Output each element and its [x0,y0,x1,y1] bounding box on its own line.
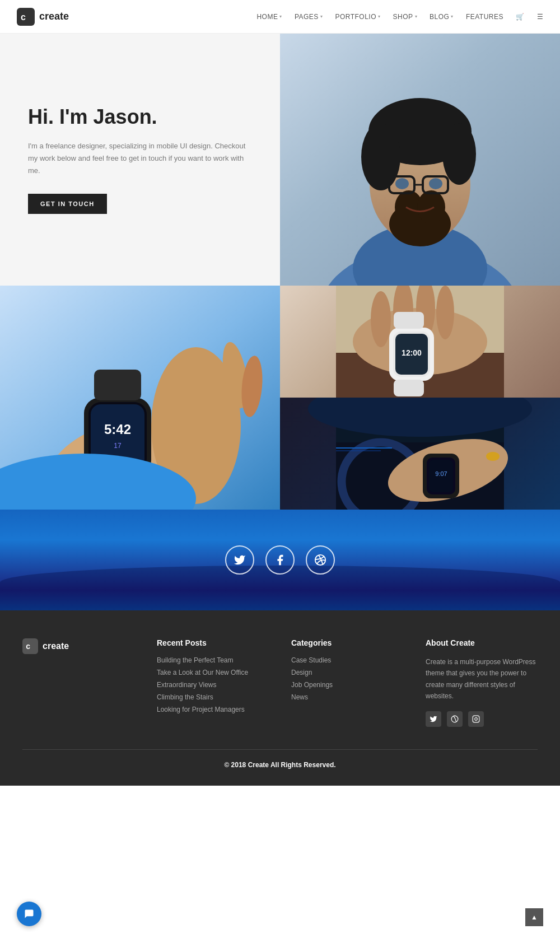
chevron-down-icon: ▾ [279,14,282,19]
recent-post-4[interactable]: Climbing the Stairs [157,693,269,701]
recent-post-1[interactable]: Building the Perfect Team [157,656,269,664]
twitter-icon[interactable] [225,545,254,575]
copyright-text: © 2018 Create All Rights Reserved. [224,761,335,769]
footer-logo-icon: c [22,638,38,654]
footer-instagram-icon[interactable] [468,711,484,727]
svg-rect-29 [94,370,141,400]
nav-pages[interactable]: PAGES ▾ [295,13,323,21]
footer-twitter-icon[interactable] [426,711,441,727]
nav: HOME ▾ PAGES ▾ PORTFOLIO ▾ SHOP ▾ BLOG ▾… [256,13,543,21]
nav-shop[interactable]: SHOP ▾ [393,13,418,21]
get-in-touch-button[interactable]: GET IN TOUCH [28,194,107,214]
chevron-down-icon: ▾ [451,14,454,19]
footer-logo-area: c create [22,638,134,727]
svg-text:c: c [26,642,30,651]
chevron-down-icon: ▾ [415,14,418,19]
category-3[interactable]: Job Openings [291,681,403,689]
svg-text:c: c [21,12,26,22]
facebook-icon[interactable] [265,545,295,575]
logo-icon: c [17,8,35,26]
recent-post-3[interactable]: Extraordinary Views [157,681,269,689]
portfolio-image-large[interactable]: 5:42 17 [0,286,280,510]
svg-rect-42 [394,380,424,396]
hero-person-image [280,34,560,286]
nav-blog[interactable]: BLOG ▾ [430,13,454,21]
svg-point-59 [451,716,458,722]
category-1[interactable]: Case Studies [291,656,403,664]
recent-post-5[interactable]: Looking for Project Managers [157,706,269,713]
svg-rect-43 [394,312,424,329]
hero-title: Hi. I'm Jason. [28,105,252,129]
recent-posts-title: Recent Posts [157,638,269,647]
chevron-down-icon: ▾ [320,14,323,19]
svg-point-49 [486,452,500,461]
portfolio-image-top-right[interactable]: 12:00 [280,286,560,398]
svg-rect-0 [17,8,35,26]
svg-point-16 [395,178,409,189]
cart-icon[interactable]: 🛒 [516,13,525,21]
svg-point-12 [417,190,445,224]
svg-text:9:07: 9:07 [435,470,447,477]
footer: c create Recent Posts Building the Perfe… [0,610,560,786]
svg-point-34 [371,291,391,347]
svg-rect-60 [473,716,479,722]
header: c create HOME ▾ PAGES ▾ PORTFOLIO ▾ SHOP… [0,0,560,34]
footer-dribbble-icon[interactable] [447,711,463,727]
menu-icon[interactable]: ☰ [537,13,544,21]
hero-image [280,34,560,286]
nav-portfolio[interactable]: PORTFOLIO ▾ [335,13,380,21]
nav-home[interactable]: HOME ▾ [256,13,282,21]
about-text: Create is a multi-purpose WordPress them… [426,656,538,702]
social-icons-group [225,545,335,575]
category-2[interactable]: Design [291,669,403,676]
about-title: About Create [426,638,538,647]
svg-text:5:42: 5:42 [104,422,131,437]
footer-social-icons [426,711,538,727]
portfolio-watch-large-image: 5:42 17 [0,286,280,510]
footer-recent-posts: Recent Posts Building the Perfect Team T… [157,638,269,727]
recent-post-2[interactable]: Take a Look at Our New Office [157,669,269,676]
portfolio-image-bottom-right[interactable]: 9:07 [280,398,560,510]
svg-rect-57 [22,638,38,654]
footer-logo[interactable]: c create [22,638,134,654]
footer-about: About Create Create is a multi-purpose W… [426,638,538,727]
portfolio-watch-top-right-image: 12:00 [280,286,560,398]
hero-description: I'm a freelance designer, specializing i… [28,140,252,177]
categories-title: Categories [291,638,403,647]
dribbble-icon[interactable] [306,545,335,575]
category-4[interactable]: News [291,693,403,701]
svg-point-37 [436,286,454,339]
footer-logo-text: create [43,641,69,651]
social-banner [0,510,560,610]
svg-point-9 [442,123,476,185]
footer-bottom: © 2018 Create All Rights Reserved. [22,749,538,769]
logo[interactable]: c create [17,8,69,26]
chevron-down-icon: ▾ [378,14,381,19]
svg-point-17 [429,178,442,189]
hero-text-panel: Hi. I'm Jason. I'm a freelance designer,… [0,34,280,286]
footer-categories: Categories Case Studies Design Job Openi… [291,638,403,727]
hero-section: Hi. I'm Jason. I'm a freelance designer,… [0,34,560,286]
portfolio-watch-bottom-right-image: 9:07 [280,398,560,510]
nav-features[interactable]: FEATURES [466,13,503,21]
svg-point-8 [361,123,400,190]
portfolio-section: 5:42 17 12:00 [0,286,560,510]
svg-text:12:00: 12:00 [402,348,422,357]
svg-text:17: 17 [114,442,122,450]
logo-text: create [39,11,69,22]
footer-grid: c create Recent Posts Building the Perfe… [22,638,538,727]
